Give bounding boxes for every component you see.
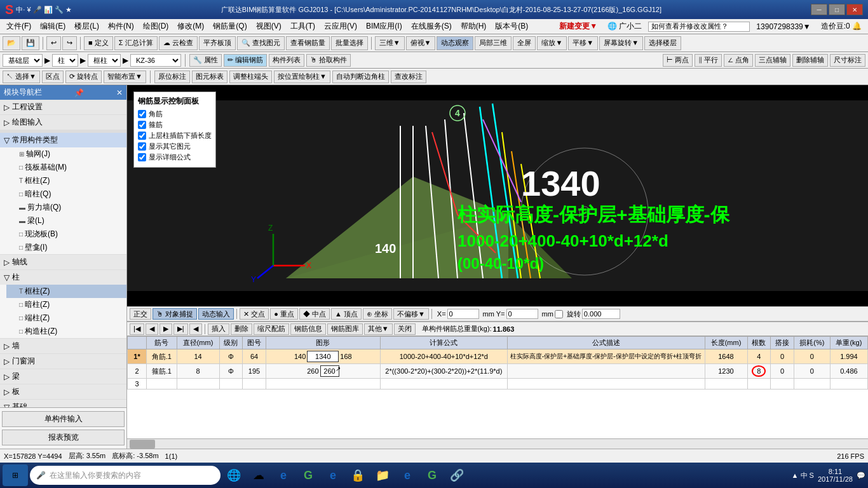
- slab-header[interactable]: ▷ 板: [0, 384, 126, 399]
- btn-last[interactable]: ▶|: [173, 323, 188, 335]
- taskbar-icon-link[interactable]: 🔗: [445, 464, 468, 486]
- btn-rebar-chart[interactable]: 钢筋图库: [327, 323, 363, 335]
- btn-vertex[interactable]: ▲ 顶点: [331, 308, 362, 320]
- btn-element-table[interactable]: 图元标表: [192, 71, 227, 83]
- btn-parallel[interactable]: ‖ 平行: [695, 54, 722, 67]
- axis-header[interactable]: ▷ 轴线: [0, 255, 126, 269]
- btn-cloud-check[interactable]: ☁ 云检查: [159, 36, 198, 50]
- taskbar-icon-g1[interactable]: G: [297, 464, 320, 486]
- btn-rebar-info[interactable]: 钢筋信息: [290, 323, 326, 335]
- btn-align-top[interactable]: 平齐板顶: [199, 36, 236, 50]
- tree-item-slab[interactable]: □ 现浇板(B): [6, 227, 126, 241]
- menu-floor[interactable]: 楼层(L): [71, 20, 103, 33]
- chk-insert-length[interactable]: [138, 132, 146, 140]
- taskbar-icon-g2[interactable]: G: [421, 464, 444, 486]
- btn-next[interactable]: ▶: [159, 323, 172, 335]
- btn-midpoint[interactable]: ◆ 中点: [299, 308, 330, 320]
- btn-save[interactable]: 💾: [22, 36, 39, 50]
- btn-select-floor[interactable]: 选择楼层: [644, 36, 681, 50]
- project-settings-header[interactable]: ▷ 工程设置: [0, 100, 126, 114]
- minimize-button[interactable]: ─: [811, 4, 827, 15]
- drawing-input-header[interactable]: ▷ 绘图输入: [0, 115, 126, 130]
- new-change-btn[interactable]: 新建变更▼: [555, 20, 601, 33]
- menu-online[interactable]: 在线服务(S): [407, 20, 456, 33]
- btn-origin-mark[interactable]: 原位标注: [154, 71, 190, 83]
- menu-rebar[interactable]: 钢筋量(Q): [209, 20, 250, 33]
- btn-delete[interactable]: 删除: [231, 323, 252, 335]
- btn-other[interactable]: 其他▼: [364, 323, 393, 335]
- chk-corner-rebar[interactable]: [138, 110, 146, 118]
- beam-header[interactable]: ▷ 梁: [0, 369, 126, 384]
- btn-local-3d[interactable]: 局部三维: [475, 36, 512, 50]
- btn-dimension[interactable]: 尺寸标注: [830, 54, 865, 67]
- btn-select[interactable]: ↖ 选择▼: [3, 71, 40, 83]
- menu-file[interactable]: 文件(F): [3, 20, 35, 33]
- btn-draw-by-pos[interactable]: 按位置绘制柱▼: [274, 71, 330, 83]
- btn-open[interactable]: 📂: [3, 36, 20, 50]
- tree-item-construct-col[interactable]: □ 构造柱(Z): [6, 325, 126, 338]
- btn-batch-select[interactable]: 批量选择: [331, 36, 368, 50]
- rotate-checkbox[interactable]: [555, 310, 563, 318]
- btn-back[interactable]: ◀: [189, 323, 202, 335]
- component-dropdown[interactable]: 框柱: [88, 54, 121, 67]
- tree-item-end-col[interactable]: □ 端柱(Z): [6, 311, 126, 325]
- btn-dynamic-input[interactable]: 动态输入: [198, 308, 234, 320]
- btn-insert[interactable]: 插入: [208, 323, 229, 335]
- btn-report-preview[interactable]: 报表预览: [2, 430, 125, 445]
- maximize-button[interactable]: □: [829, 4, 845, 15]
- btn-zone-point[interactable]: 区点: [42, 71, 64, 83]
- btn-point-angle[interactable]: ∠ 点角: [724, 54, 753, 67]
- btn-zoom[interactable]: 缩放▼: [537, 36, 567, 50]
- tree-item-shear-wall[interactable]: ▬ 剪力墙(Q): [6, 201, 126, 214]
- btn-top-view[interactable]: 俯视▼: [406, 36, 436, 50]
- search-input[interactable]: [648, 22, 750, 32]
- chk-show-formula[interactable]: [138, 153, 146, 161]
- menu-help[interactable]: 帮助(H): [457, 20, 491, 33]
- btn-view-rebar[interactable]: 查看钢筋量: [286, 36, 330, 50]
- btn-prev[interactable]: ◀: [146, 323, 158, 335]
- taskbar-icon-ie2[interactable]: e: [322, 464, 344, 486]
- btn-single-component[interactable]: 单构件输入: [2, 411, 125, 427]
- btn-dynamic-view[interactable]: 动态观察: [437, 36, 473, 50]
- btn-pan[interactable]: 平移▼: [568, 36, 598, 50]
- btn-define[interactable]: ■ 定义: [84, 36, 113, 50]
- door-window-header[interactable]: ▷ 门窗洞: [0, 354, 126, 369]
- btn-coord[interactable]: ⊕ 坐标: [363, 308, 392, 320]
- nav-close[interactable]: ✕: [116, 88, 123, 97]
- menu-modify[interactable]: 修改(M): [173, 20, 208, 33]
- taskbar-icon-cortana[interactable]: 🌐: [222, 464, 245, 486]
- tree-item-hidden-col[interactable]: □ 暗柱(Z): [6, 298, 126, 311]
- x-input[interactable]: [447, 309, 479, 319]
- component-type-dropdown[interactable]: 柱: [52, 54, 78, 67]
- btn-center[interactable]: ● 重点: [270, 308, 298, 320]
- nav-pin[interactable]: 📌: [74, 88, 84, 97]
- column-header[interactable]: ▽ 柱: [0, 270, 126, 285]
- btn-3d[interactable]: 三维▼: [375, 36, 405, 50]
- btn-sum[interactable]: Σ 汇总计算: [114, 36, 158, 50]
- btn-smart-place[interactable]: 智能布置▼: [104, 71, 146, 83]
- close-button[interactable]: ✕: [846, 4, 863, 15]
- menu-edit[interactable]: 编辑(E): [36, 20, 69, 33]
- taskbar-icon-ie3[interactable]: e: [396, 464, 419, 486]
- btn-scale-rebar[interactable]: 缩尺配筋: [254, 323, 289, 335]
- btn-intersection[interactable]: ✕ 交点: [240, 308, 269, 320]
- tree-item-frame-col2[interactable]: T 框柱(Z): [6, 285, 126, 298]
- taskbar-icon-cloud[interactable]: ☁: [247, 464, 270, 486]
- start-button[interactable]: ⊞: [3, 464, 28, 486]
- foundation-header[interactable]: ▽ 基础: [0, 400, 126, 407]
- phone-number[interactable]: 13907298339▼: [752, 21, 814, 32]
- btn-two-point[interactable]: ⊢ 两点: [663, 54, 693, 67]
- menu-version[interactable]: 版本号(B): [491, 20, 532, 33]
- tree-item-axis[interactable]: ⊞ 轴网(J): [6, 147, 126, 161]
- btn-screen-rotate[interactable]: 屏幕旋转▼: [599, 36, 643, 50]
- menu-draw[interactable]: 绘图(D): [139, 20, 173, 33]
- canvas-area[interactable]: 钢筋显示控制面板 角筋 箍筋 上层柱插筋下插长度 显示其它图元: [127, 85, 868, 306]
- tree-item-beam[interactable]: ▬ 梁(L): [6, 214, 126, 227]
- component-id-dropdown[interactable]: KZ-36: [130, 54, 181, 67]
- tree-item-frame-col[interactable]: T 框柱(Z): [6, 174, 126, 187]
- btn-find-element[interactable]: 🔍 查找图元: [237, 36, 285, 50]
- btn-property[interactable]: 🔧 属性: [189, 54, 222, 67]
- menu-bim[interactable]: BIM应用(I): [362, 20, 406, 33]
- chk-stirrup[interactable]: [138, 121, 146, 129]
- bottom-scrollbar[interactable]: [127, 438, 868, 449]
